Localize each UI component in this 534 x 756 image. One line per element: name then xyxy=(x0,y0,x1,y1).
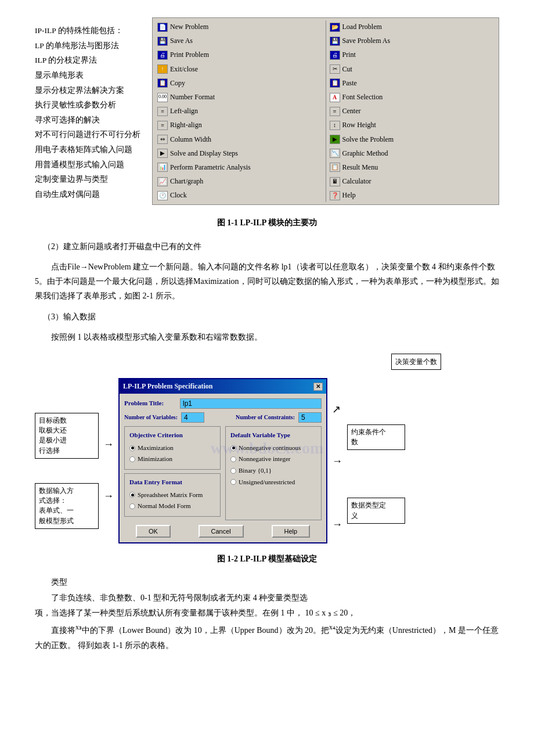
ok-button[interactable]: OK xyxy=(136,525,171,538)
menu-exit-close[interactable]: ↑ Exit/close xyxy=(155,63,324,76)
x3-superscript: x₃ xyxy=(75,624,82,631)
bottom-text1: 类型 xyxy=(35,575,499,591)
nonneg-int-label: Nonnegative integer xyxy=(239,454,291,465)
menu-font-selection[interactable]: A Font Selection xyxy=(327,91,497,104)
normal-model-radio[interactable] xyxy=(129,503,135,509)
menu-solve-display[interactable]: ▶ Solve and Display Steps xyxy=(155,147,324,160)
dialog-close-button[interactable]: ✕ xyxy=(313,383,323,391)
left-arrows: → → xyxy=(103,436,114,505)
menu-right-align-label: Right-align xyxy=(170,120,202,131)
page-content: IP-ILP 的特殊性能包括： LP 的单纯形法与图形法 ILP 的分枝定界法 … xyxy=(35,17,499,654)
nonneg-cont-radio[interactable] xyxy=(230,445,236,451)
menu-cut[interactable]: ✂ Cut xyxy=(327,63,497,76)
x4-superscript: x₄ xyxy=(329,624,335,631)
bottom-section: 类型 了非负连续、非负整数、0-1 型和无符号限制或者无约束 4 种变量类型选 … xyxy=(35,575,499,654)
menu-right-align[interactable]: ≡ Right-align xyxy=(155,118,324,132)
num-variables-input[interactable] xyxy=(181,412,204,423)
section3-text: 按照例 1 以表格或模型形式输入变量系数和右端常数数据。 xyxy=(35,330,499,344)
spreadsheet-row: Spreadsheet Matrix Form xyxy=(129,490,215,501)
menu-new-problem[interactable]: 📄 New Problem xyxy=(155,20,324,34)
menu-save-as-label: Save As xyxy=(170,35,193,46)
menu-screenshot: 📄 New Problem 💾 Save As 🖨 Print Problem … xyxy=(152,17,499,205)
menu-calculator-label: Calculator xyxy=(342,176,371,187)
row-height-icon: ↕ xyxy=(330,121,340,130)
menu-solve-display-label: Solve and Display Steps xyxy=(170,148,238,159)
menu-help[interactable]: ❓ Help xyxy=(327,189,497,202)
unsigned-row: Unsigned/unrestricted xyxy=(230,477,316,488)
help-button[interactable]: Help xyxy=(272,525,311,538)
menu-parametric-label: Perform Parametric Analysis xyxy=(170,162,251,173)
menu-graphic-method[interactable]: 📉 Graphic Method xyxy=(327,147,497,160)
data-entry-annotation: 数据输入方式选择：表单式、一般模型形式 xyxy=(35,483,99,529)
menu-number-format[interactable]: 0.00 Number Format xyxy=(155,91,324,104)
column-width-icon: ⇔ xyxy=(157,135,168,144)
binary-label: Binary {0,1} xyxy=(239,466,272,476)
minimization-radio[interactable] xyxy=(129,456,135,462)
figure-2-caption: 图 1-2 LP-ILP 模型基础设定 xyxy=(35,553,499,566)
menu-center-label: Center xyxy=(342,106,361,117)
minimization-label: Minimization xyxy=(138,454,172,465)
bottom-text3: 项，当选择了某一种类型后系统默认所有变量都属于该种类型。在例 1 中， 10 ≤… xyxy=(35,606,499,621)
section3-title: （3）输入数据 xyxy=(35,309,499,324)
decision-vars-annotation: 决策变量个数 xyxy=(391,354,441,370)
maximization-radio[interactable] xyxy=(129,445,135,451)
bottom-text5: 直接将x₃中的下界（Lower Bound）改为 10，上界（Upper Bou… xyxy=(35,621,499,654)
feature-item-10: 定制变量边界与类型 xyxy=(35,172,140,187)
arrow-objective: → xyxy=(103,436,114,453)
section2-text: 点击File→NewProblem 建立一个新问题。输入本问题的文件名称 lp1… xyxy=(35,260,499,304)
menu-print-problem[interactable]: 🖨 Print Problem xyxy=(155,48,324,62)
menu-solve-problem[interactable]: ▶ Solve the Problem xyxy=(327,133,497,146)
cut-icon: ✂ xyxy=(330,64,340,74)
center-icon: ≡ xyxy=(330,107,340,116)
arrow-data-entry: → xyxy=(103,488,114,505)
menu-column-width[interactable]: ⇔ Column Width xyxy=(155,133,324,146)
binary-radio[interactable] xyxy=(230,468,236,474)
unsigned-radio[interactable] xyxy=(230,479,236,485)
save-as-icon: 💾 xyxy=(157,37,168,46)
cancel-button[interactable]: Cancel xyxy=(199,525,244,538)
problem-title-row: Problem Title: xyxy=(124,398,322,409)
normal-model-label: Normal Model Form xyxy=(138,501,191,512)
nonneg-int-radio[interactable] xyxy=(230,456,236,462)
menu-copy-label: Copy xyxy=(170,78,185,89)
constraints-annotation: 约束条件个数 xyxy=(347,424,405,451)
menu-result-menu[interactable]: 📋 Result Menu xyxy=(327,161,497,174)
dialog-body: Problem Title: Number of Variables: Num xyxy=(120,394,326,542)
menu-load-problem-label: Load Problem xyxy=(342,21,382,33)
exit-close-icon: ↑ xyxy=(157,64,168,74)
clock-icon: 🕐 xyxy=(157,191,168,200)
figure-1-caption: 图 1-1 LP-ILP 模块的主要功 xyxy=(35,217,499,229)
menu-load-problem[interactable]: 📂 Load Problem xyxy=(327,20,497,34)
menu-paste-label: Paste xyxy=(342,78,357,89)
menu-center[interactable]: ≡ Center xyxy=(327,105,497,118)
variable-type-title: Default Variable Type xyxy=(230,430,316,441)
menu-calculator[interactable]: 🖩 Calculator xyxy=(327,175,497,188)
menu-copy[interactable]: 📋 Copy xyxy=(155,77,324,90)
menu-chart-graph[interactable]: 📈 Chart/graph xyxy=(155,175,324,188)
spreadsheet-radio[interactable] xyxy=(129,492,135,498)
menu-save-as[interactable]: 💾 Save As xyxy=(155,34,324,48)
binary-row: Binary {0,1} xyxy=(230,466,316,476)
chart-graph-icon: 📈 xyxy=(157,177,168,186)
menu-left-align[interactable]: ≡ Left-align xyxy=(155,105,324,118)
dialog-container: LP-ILP Problem Specification ✕ Problem T… xyxy=(118,378,327,543)
num-constraints-input[interactable] xyxy=(298,412,322,423)
problem-title-input[interactable] xyxy=(180,398,322,409)
menu-chart-graph-label: Chart/graph xyxy=(170,176,203,187)
right-arrows: ↗ → → xyxy=(332,401,342,532)
menu-print[interactable]: 🖨 Print xyxy=(327,48,497,62)
menu-row-height[interactable]: ↕ Row Height xyxy=(327,118,497,132)
arrow-data-type: → xyxy=(332,516,342,533)
data-entry-group: Data Entry Format Spreadsheet Matrix For… xyxy=(124,473,221,517)
problem-title-label: Problem Title: xyxy=(124,398,176,409)
arrow-constraints: → xyxy=(332,453,342,470)
variable-type-group: Default Variable Type Nonnegative contin… xyxy=(225,426,322,520)
menu-new-problem-label: New Problem xyxy=(170,21,208,33)
objective-title: Objective Criterion xyxy=(129,430,215,441)
menu-save-problem-as[interactable]: 💾 Save Problem As xyxy=(327,34,497,48)
menu-parametric[interactable]: 📊 Perform Parametric Analysis xyxy=(155,161,324,174)
feature-item-3: 显示单纯形表 xyxy=(35,68,140,83)
menu-paste[interactable]: 📋 Paste xyxy=(327,77,497,90)
save-problem-as-icon: 💾 xyxy=(330,37,340,46)
menu-clock[interactable]: 🕐 Clock xyxy=(155,189,324,202)
